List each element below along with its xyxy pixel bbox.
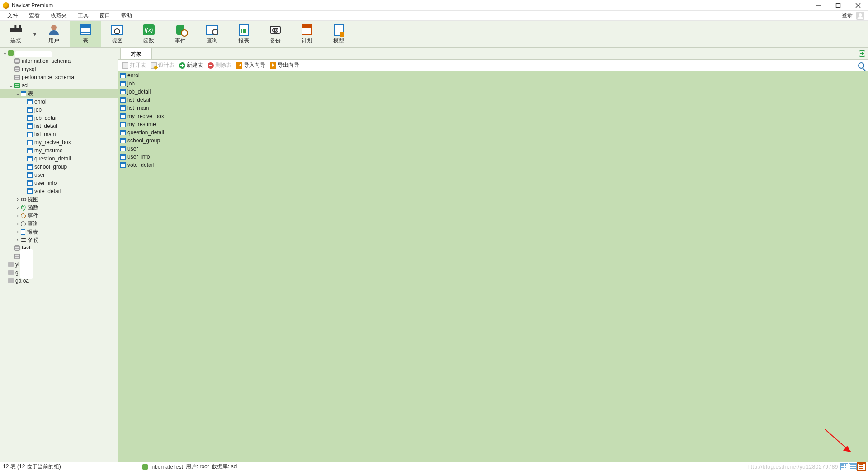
menu-收藏夹[interactable]: 收藏夹: [45, 11, 72, 20]
content-area: 对象 打开表设计表新建表删除表导入向导导出向导 enroljobjob_deta…: [118, 48, 868, 462]
tree-connection-4[interactable]: g: [0, 268, 118, 277]
objbar-label: 导出向导: [278, 61, 299, 69]
menu-查看[interactable]: 查看: [24, 11, 45, 20]
user-icon: [49, 25, 59, 35]
connection-icon: [142, 464, 148, 470]
object-enrol[interactable]: enrol: [118, 71, 868, 80]
tree-table-user_info[interactable]: user_info: [0, 179, 118, 187]
tree-table-question_detail[interactable]: question_detail: [0, 155, 118, 163]
object-job[interactable]: job: [118, 80, 868, 88]
toolbar-connect-dropdown[interactable]: ▾: [32, 21, 38, 47]
menu-窗口[interactable]: 窗口: [94, 11, 116, 20]
toolbar-label: 表: [83, 37, 88, 45]
tree-table-list_main[interactable]: list_main: [0, 130, 118, 138]
tree-table-school_group[interactable]: school_group: [0, 163, 118, 171]
objbar-design-button[interactable]: 设计表: [151, 61, 175, 69]
title-bar: Navicat Premium: [0, 0, 868, 11]
tree-folder-报表[interactable]: ›报表: [0, 228, 118, 236]
toolbar-function-button[interactable]: f(x)函数: [133, 21, 165, 47]
tree-table-user[interactable]: user: [0, 171, 118, 179]
query-icon: [206, 25, 218, 35]
menu-帮助[interactable]: 帮助: [116, 11, 137, 20]
status-db: 数据库: scl: [212, 463, 237, 471]
view-large-icons-button[interactable]: [840, 463, 848, 470]
tree-connection-3[interactable]: yi: [0, 260, 118, 268]
menu-文件[interactable]: 文件: [2, 11, 24, 20]
toolbar-report-button[interactable]: 报表: [228, 21, 259, 47]
table-icon: [80, 24, 91, 35]
toolbar-query-button[interactable]: 查询: [196, 21, 228, 47]
close-button[interactable]: [848, 0, 868, 11]
minimize-button[interactable]: [808, 0, 828, 11]
backup-icon: [270, 26, 281, 34]
objbar-new-button[interactable]: 新建表: [179, 61, 203, 69]
tree-table-my_recive_box[interactable]: my_recive_box: [0, 138, 118, 146]
login-link[interactable]: 登录: [840, 12, 854, 19]
tab-objects[interactable]: 对象: [120, 48, 152, 59]
toolbar-plan-button[interactable]: 计划: [291, 21, 323, 47]
objbar-open-button[interactable]: 打开表: [122, 61, 146, 69]
search-icon[interactable]: [858, 62, 864, 69]
toolbar-event-button[interactable]: 事件: [165, 21, 196, 47]
tree-db-mysql[interactable]: mysql: [0, 65, 118, 73]
tree-folder-函数[interactable]: ›f()函数: [0, 203, 118, 212]
tree-table-my_resume[interactable]: my_resume: [0, 146, 118, 155]
status-connection: hibernateTest: [151, 464, 183, 470]
sidebar-tree[interactable]: ⌄ tinformation_schemamysqlperformance_sc…: [0, 48, 118, 462]
object-list_main[interactable]: list_main: [118, 104, 868, 112]
toolbar-connect-button[interactable]: 连接: [0, 21, 32, 47]
objbar-label: 打开表: [130, 61, 146, 69]
object-school_group[interactable]: school_group: [118, 137, 868, 145]
app-title: Navicat Premium: [12, 2, 53, 9]
new-tab-button[interactable]: [856, 47, 868, 59]
object-my_recive_box[interactable]: my_recive_box: [118, 112, 868, 120]
maximize-button[interactable]: [828, 0, 848, 11]
tree-folder-事件[interactable]: ›事件: [0, 212, 118, 220]
view-list-button[interactable]: [849, 463, 857, 470]
design-icon: [151, 62, 157, 69]
objbar-label: 设计表: [158, 61, 175, 69]
objbar-import-button[interactable]: 导入向导: [236, 61, 265, 69]
tree-table-enrol[interactable]: enrol: [0, 98, 118, 106]
tree-tables-folder[interactable]: ⌄表: [0, 89, 118, 98]
tree-folder-备份[interactable]: ›备份: [0, 236, 118, 244]
toolbar-model-button[interactable]: 模型: [323, 21, 354, 47]
object-job_detail[interactable]: job_detail: [118, 88, 868, 96]
tree-folder-视图[interactable]: ›oo视图: [0, 195, 118, 203]
object-my_resume[interactable]: my_resume: [118, 120, 868, 128]
tree-table-job_detail[interactable]: job_detail: [0, 114, 118, 122]
object-user[interactable]: user: [118, 145, 868, 153]
import-icon: [236, 62, 242, 69]
toolbar-backup-button[interactable]: 备份: [259, 21, 291, 47]
tree-folder-查询[interactable]: ›查询: [0, 220, 118, 228]
object-user_info[interactable]: user_info: [118, 153, 868, 161]
tree-db-test[interactable]: test: [0, 244, 118, 252]
object-vote_detail[interactable]: vote_detail: [118, 161, 868, 169]
tree-db-information_schema[interactable]: information_schema: [0, 57, 118, 65]
status-mid: hibernateTest 用户: root 数据库: scl: [142, 463, 238, 471]
objbar-delete-button[interactable]: 删除表: [208, 61, 231, 69]
toolbar-label: 连接: [10, 37, 21, 45]
objbar-export-button[interactable]: 导出向导: [270, 61, 299, 69]
object-list[interactable]: enroljobjob_detaillist_detaillist_mainmy…: [118, 71, 868, 462]
body: ⌄ tinformation_schemamysqlperformance_sc…: [0, 48, 868, 462]
toolbar-view-button[interactable]: 视图: [101, 21, 133, 47]
tree-table-vote_detail[interactable]: vote_detail: [0, 187, 118, 195]
view-details-button[interactable]: [858, 463, 865, 470]
tree-db-scl[interactable]: ⌄scl: [0, 81, 118, 89]
window-buttons: [808, 0, 868, 11]
objbar-label: 删除表: [215, 61, 231, 69]
tree-db-performance_schema[interactable]: performance_schema: [0, 73, 118, 81]
menu-工具[interactable]: 工具: [72, 11, 94, 20]
toolbar-user-button[interactable]: 用户: [38, 21, 70, 47]
avatar-icon[interactable]: [856, 12, 864, 20]
object-list_detail[interactable]: list_detail: [118, 96, 868, 104]
tree-table-list_detail[interactable]: list_detail: [0, 122, 118, 130]
toolbar-table-button[interactable]: 表: [70, 21, 101, 47]
tree-connection-5[interactable]: ga oa: [0, 277, 118, 285]
tree-db-masked-2[interactable]: ue: [0, 252, 118, 260]
plug-icon: [10, 25, 22, 34]
tree-table-job[interactable]: job: [0, 106, 118, 114]
object-question_detail[interactable]: question_detail: [118, 128, 868, 137]
status-user: 用户: root: [186, 463, 209, 471]
